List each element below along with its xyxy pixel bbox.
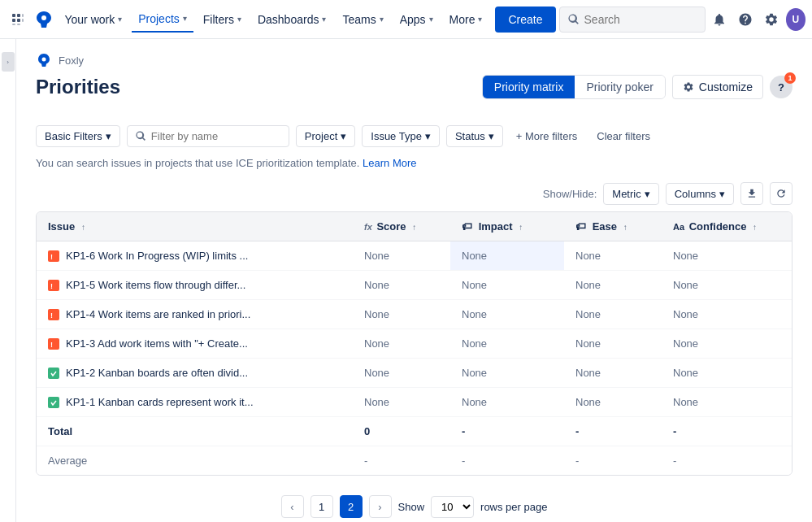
- filter-search-icon: [136, 131, 146, 141]
- search-input[interactable]: [584, 13, 682, 26]
- score-cell: None: [353, 359, 450, 388]
- nav-your-work[interactable]: Your work ▾: [58, 7, 128, 33]
- search-box[interactable]: [559, 7, 706, 33]
- impact-cell[interactable]: None: [450, 388, 564, 417]
- confidence-cell: None: [662, 388, 792, 417]
- issue-icon-red: !: [48, 309, 59, 320]
- showhide-bar: Show/Hide: Metric ▾ Columns ▾: [36, 182, 792, 205]
- export-button[interactable]: [740, 182, 763, 205]
- nav-projects[interactable]: Projects ▾: [132, 7, 193, 33]
- confidence-sort-icon: ↑: [753, 223, 757, 232]
- create-button[interactable]: Create: [495, 7, 555, 33]
- learn-more-link[interactable]: Learn More: [363, 157, 416, 169]
- sidebar-toggle[interactable]: ›: [0, 39, 16, 522]
- confidence-cell: None: [662, 271, 792, 300]
- svg-rect-2: [22, 14, 24, 17]
- ease-cell: None: [564, 241, 662, 271]
- metric-button[interactable]: Metric ▾: [603, 183, 658, 205]
- avg-confidence: -: [662, 446, 792, 476]
- issue-type-filter-button[interactable]: Issue Type ▾: [362, 125, 440, 147]
- page-2-button[interactable]: 2: [340, 495, 363, 518]
- nav-dashboards[interactable]: Dashboards ▾: [251, 7, 333, 33]
- col-ease[interactable]: 🏷 Ease ↑: [564, 212, 662, 241]
- project-filter-button[interactable]: Project ▾: [296, 125, 355, 147]
- issue-cell: KP1-1 Kanban cards represent work it...: [37, 388, 353, 417]
- svg-text:!: !: [50, 253, 53, 260]
- avg-label: Average: [37, 446, 353, 476]
- table-row[interactable]: KP1-1 Kanban cards represent work it... …: [37, 388, 792, 417]
- svg-text:!: !: [50, 311, 53, 319]
- impact-cell[interactable]: None: [450, 241, 564, 271]
- impact-cell[interactable]: None: [450, 329, 564, 359]
- filters-chevron: ▾: [237, 15, 241, 24]
- refresh-button[interactable]: [770, 182, 792, 205]
- table-row[interactable]: KP1-2 Kanban boards are often divid... N…: [37, 359, 792, 388]
- confidence-cell: None: [662, 241, 792, 271]
- col-score[interactable]: fx Score ↑: [353, 212, 450, 241]
- impact-cell[interactable]: None: [450, 271, 564, 300]
- impact-cell[interactable]: None: [450, 359, 564, 388]
- help-button[interactable]: [734, 7, 757, 33]
- ease-cell: None: [564, 359, 662, 388]
- nav-filters[interactable]: Filters ▾: [197, 7, 248, 33]
- nav-more[interactable]: More ▾: [443, 7, 489, 33]
- ease-cell: None: [564, 388, 662, 417]
- sidebar-toggle-btn[interactable]: ›: [2, 52, 15, 72]
- issue-cell: ! KP1-4 Work items are ranked in priori.…: [37, 300, 353, 329]
- issue-icon-check: [48, 368, 59, 379]
- filter-search-box[interactable]: [127, 125, 289, 147]
- basic-filters-chevron: ▾: [106, 130, 111, 142]
- svg-text:!: !: [50, 282, 53, 289]
- table-row[interactable]: ! KP1-4 Work items are ranked in priori.…: [37, 300, 792, 329]
- impact-icon: 🏷: [462, 220, 472, 233]
- prev-page-button[interactable]: ‹: [281, 495, 304, 518]
- clear-filters-button[interactable]: Clear filters: [590, 126, 657, 146]
- columns-button[interactable]: Columns ▾: [666, 183, 734, 205]
- settings-button[interactable]: [760, 7, 783, 33]
- impact-cell[interactable]: None: [450, 300, 564, 329]
- grid-icon[interactable]: [7, 7, 29, 33]
- nav-apps[interactable]: Apps ▾: [393, 7, 440, 33]
- avatar[interactable]: U: [786, 8, 805, 31]
- page-1-button[interactable]: 1: [310, 495, 333, 518]
- help-button-badge[interactable]: ? 1: [770, 76, 792, 98]
- col-impact[interactable]: 🏷 Impact ↑: [450, 212, 564, 241]
- col-confidence[interactable]: Aa Confidence ↑: [662, 212, 792, 241]
- priority-matrix-tab[interactable]: Priority matrix: [483, 76, 575, 98]
- table-row[interactable]: ! KP1-6 Work In Progress (WIP) limits ..…: [37, 241, 792, 271]
- gear-icon: [683, 81, 694, 93]
- basic-filters-button[interactable]: Basic Filters ▾: [36, 125, 120, 147]
- filter-name-input[interactable]: [151, 130, 273, 142]
- rows-per-page-select[interactable]: 10 25 50: [431, 496, 474, 518]
- confidence-cell: None: [662, 300, 792, 329]
- next-page-button[interactable]: ›: [369, 495, 392, 518]
- issue-type-chevron: ▾: [425, 130, 431, 142]
- svg-point-8: [41, 15, 46, 20]
- svg-text:!: !: [50, 341, 53, 348]
- notifications-button[interactable]: [709, 7, 732, 33]
- status-filter-button[interactable]: Status ▾: [446, 125, 503, 147]
- issue-cell: ! KP1-3 Add work items with "+ Create...: [37, 329, 353, 359]
- table-row[interactable]: ! KP1-5 Work items flow through differ..…: [37, 271, 792, 300]
- svg-rect-3: [12, 19, 15, 22]
- project-icon: [36, 52, 52, 68]
- customize-button[interactable]: Customize: [672, 75, 763, 99]
- average-row: Average - - - -: [37, 446, 792, 476]
- ease-cell: None: [564, 271, 662, 300]
- issue-cell: ! KP1-6 Work In Progress (WIP) limits ..…: [37, 241, 353, 271]
- avg-impact: -: [450, 446, 564, 476]
- project-header: Foxly: [36, 52, 792, 68]
- page-title: Priorities: [36, 76, 120, 98]
- app-logo[interactable]: [33, 7, 55, 33]
- your-work-chevron: ▾: [118, 15, 122, 24]
- score-cell: None: [353, 241, 450, 271]
- more-filters-button[interactable]: + More filters: [510, 126, 584, 146]
- nav-teams[interactable]: Teams ▾: [336, 7, 389, 33]
- col-issue[interactable]: Issue ↑: [37, 212, 353, 241]
- svg-point-9: [42, 58, 46, 62]
- dashboards-chevron: ▾: [322, 15, 326, 24]
- priority-poker-tab[interactable]: Priority poker: [575, 76, 664, 98]
- help-badge: 1: [784, 72, 796, 84]
- issues-table: Issue ↑ fx Score ↑ 🏷 Impact ↑: [37, 212, 792, 475]
- table-row[interactable]: ! KP1-3 Add work items with "+ Create...…: [37, 329, 792, 359]
